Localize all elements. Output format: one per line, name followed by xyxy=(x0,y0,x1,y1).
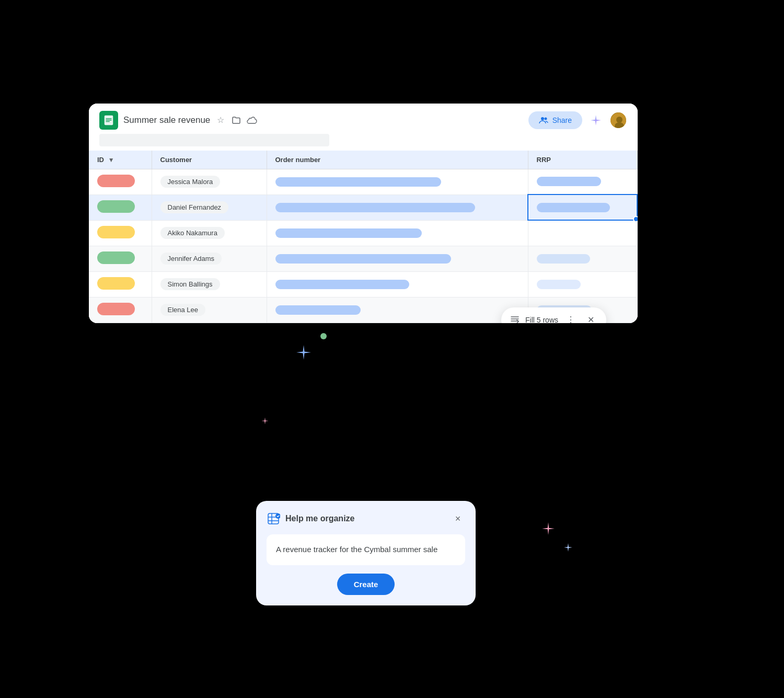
order-bar xyxy=(275,254,451,264)
customer-cell[interactable]: Jessica Malora xyxy=(152,169,267,194)
fill-rows-more-button[interactable]: ⋮ xyxy=(563,313,578,323)
svg-point-14 xyxy=(275,513,280,519)
table-header-row: ID ▼ Customer Order number RRP xyxy=(89,151,637,169)
id-cell[interactable] xyxy=(89,194,152,220)
dialog-close-button[interactable]: × xyxy=(451,511,465,526)
star-icon[interactable]: ☆ xyxy=(215,115,226,125)
fill-rows-icon xyxy=(510,315,520,323)
customer-name: Akiko Nakamura xyxy=(160,227,225,239)
customer-name: Simon Ballings xyxy=(160,278,220,290)
fill-rows-label: Fill 5 rows xyxy=(525,316,558,323)
table-row: Jennifer Adams xyxy=(89,246,637,271)
table-row: Daniel Fernandez xyxy=(89,194,637,220)
folder-icon[interactable] xyxy=(231,115,241,125)
customer-name: Jennifer Adams xyxy=(160,253,222,265)
sparkle-pink-small-icon xyxy=(261,417,269,425)
help-me-organize-dialog: Help me organize × A revenue tracker for… xyxy=(256,501,476,605)
order-cell[interactable] xyxy=(267,194,528,220)
dialog-content-box: A revenue tracker for the Cymbal summer … xyxy=(267,534,465,565)
order-cell[interactable] xyxy=(267,297,528,323)
cloud-icon[interactable] xyxy=(247,115,257,125)
customer-cell[interactable]: Akiko Nakamura xyxy=(152,220,267,246)
rrp-bar xyxy=(537,280,581,289)
table-row: Simon Ballings xyxy=(89,271,637,297)
scene: Summer sale revenue ☆ xyxy=(78,62,706,637)
sparkle-pink-icon xyxy=(541,522,555,535)
formula-bar xyxy=(89,130,638,151)
table-row: Akiko Nakamura xyxy=(89,220,637,246)
document-title: Summer sale revenue xyxy=(123,115,210,125)
dialog-header: Help me organize × xyxy=(267,511,465,526)
order-bar xyxy=(275,305,361,315)
order-cell[interactable] xyxy=(267,246,528,271)
customer-cell[interactable]: Jennifer Adams xyxy=(152,246,267,271)
sheet-header: Summer sale revenue ☆ xyxy=(89,104,638,130)
user-avatar[interactable] xyxy=(609,111,627,129)
order-cell[interactable] xyxy=(267,271,528,297)
order-bar xyxy=(275,280,410,289)
table-row: Jessica Malora xyxy=(89,169,637,194)
rrp-cell[interactable] xyxy=(528,271,637,297)
spreadsheet-table: ID ▼ Customer Order number RRP xyxy=(89,151,638,323)
customer-name: Jessica Malora xyxy=(160,176,221,188)
customer-cell[interactable]: Simon Ballings xyxy=(152,271,267,297)
sparkle-blue-large-icon xyxy=(295,344,312,361)
svg-point-5 xyxy=(541,117,544,120)
order-cell[interactable] xyxy=(267,169,528,194)
svg-rect-2 xyxy=(106,118,112,119)
share-button[interactable]: Share xyxy=(528,111,582,129)
rrp-bar xyxy=(537,203,610,212)
dialog-text: A revenue tracker for the Cymbal summer … xyxy=(276,544,456,556)
dialog-title: Help me organize xyxy=(285,514,354,523)
rrp-bar xyxy=(537,254,590,264)
id-cell[interactable] xyxy=(89,220,152,246)
dialog-title-row: Help me organize xyxy=(267,512,354,525)
share-label: Share xyxy=(552,116,572,124)
fill-rows-close-button[interactable]: ✕ xyxy=(583,313,598,323)
column-header-id: ID ▼ xyxy=(89,151,152,169)
svg-point-6 xyxy=(544,117,547,120)
rrp-bar xyxy=(537,177,601,186)
rrp-cell[interactable] xyxy=(528,220,637,246)
google-sheets-icon xyxy=(99,111,118,130)
share-people-icon xyxy=(539,116,548,125)
column-header-customer: Customer xyxy=(152,151,267,169)
organize-icon xyxy=(267,512,280,525)
id-cell[interactable] xyxy=(89,169,152,194)
rrp-cell[interactable] xyxy=(528,246,637,271)
customer-name: Elena Lee xyxy=(160,304,206,316)
customer-name: Daniel Fernandez xyxy=(160,201,229,213)
rrp-selected-cell[interactable] xyxy=(528,194,637,220)
customer-cell[interactable]: Daniel Fernandez xyxy=(152,194,267,220)
header-left: Summer sale revenue ☆ xyxy=(99,111,257,130)
svg-rect-4 xyxy=(106,121,110,121)
id-pill xyxy=(97,200,135,213)
order-bar xyxy=(275,203,476,212)
spreadsheet-card: Summer sale revenue ☆ xyxy=(89,104,638,323)
svg-point-0 xyxy=(320,333,327,339)
id-pill xyxy=(97,303,135,315)
header-right: Share xyxy=(528,111,627,129)
create-button[interactable]: Create xyxy=(337,574,395,595)
order-bar xyxy=(275,177,442,187)
rrp-cell[interactable] xyxy=(528,169,637,194)
id-pill xyxy=(97,175,135,187)
filter-icon[interactable]: ▼ xyxy=(108,156,114,164)
order-bar xyxy=(275,228,422,238)
order-cell[interactable] xyxy=(267,220,528,246)
gemini-icon xyxy=(589,113,603,128)
formula-input[interactable] xyxy=(99,134,329,146)
column-header-order: Order number xyxy=(267,151,528,169)
column-header-rrp: RRP xyxy=(528,151,637,169)
id-cell[interactable] xyxy=(89,246,152,271)
id-cell[interactable] xyxy=(89,297,152,323)
sparkle-green-small-icon xyxy=(320,333,327,340)
id-pill xyxy=(97,226,135,238)
id-pill xyxy=(97,277,135,290)
svg-point-8 xyxy=(616,117,622,123)
customer-cell[interactable]: Elena Lee xyxy=(152,297,267,323)
sparkle-blue-small-icon xyxy=(563,543,573,552)
fill-rows-popup: Fill 5 rows ⋮ ✕ xyxy=(501,307,606,323)
id-cell[interactable] xyxy=(89,271,152,297)
svg-rect-3 xyxy=(106,120,112,120)
